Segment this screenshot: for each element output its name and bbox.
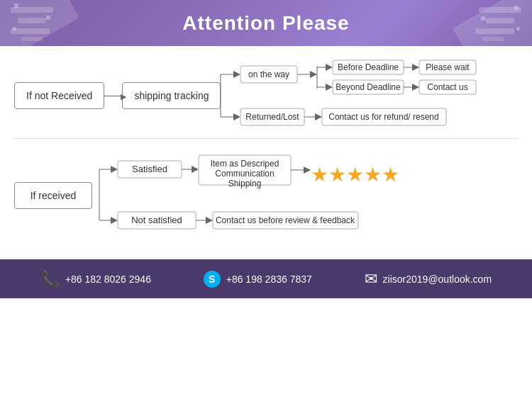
if-received-box: If received bbox=[14, 182, 92, 209]
svg-marker-65 bbox=[206, 217, 213, 224]
svg-text:Please wait: Please wait bbox=[426, 62, 470, 72]
footer-phone1-text: +86 182 8026 2946 bbox=[65, 274, 151, 285]
svg-rect-10 bbox=[482, 37, 504, 41]
if-not-received-box: If not Received bbox=[14, 82, 104, 109]
circuit-left-decoration bbox=[7, 0, 71, 46]
svg-rect-1 bbox=[18, 18, 46, 23]
svg-marker-48 bbox=[111, 166, 118, 173]
svg-rect-4 bbox=[14, 4, 18, 8]
svg-text:Shipping: Shipping bbox=[228, 179, 262, 188]
svg-text:Returned/Lost: Returned/Lost bbox=[246, 112, 300, 122]
svg-text:★★★★★: ★★★★★ bbox=[311, 164, 399, 186]
svg-text:Satisfied: Satisfied bbox=[132, 164, 167, 174]
svg-marker-43 bbox=[315, 113, 322, 120]
footer-phone1: 📞 +86 182 8026 2946 bbox=[40, 270, 151, 288]
svg-rect-9 bbox=[475, 28, 514, 34]
svg-rect-3 bbox=[21, 37, 43, 41]
svg-marker-50 bbox=[111, 217, 118, 224]
svg-rect-8 bbox=[486, 18, 514, 23]
svg-marker-16 bbox=[233, 71, 240, 78]
section-received: If received Satisfied Item as Descriped … bbox=[0, 139, 532, 249]
phone-icon: 📞 bbox=[40, 270, 60, 288]
arrow-line-1: ▶ bbox=[104, 96, 122, 96]
footer: 📞 +86 182 8026 2946 S +86 198 2836 7837 … bbox=[0, 259, 532, 298]
svg-text:Item as Descriped: Item as Descriped bbox=[211, 159, 279, 169]
page-title: Attention Please bbox=[182, 12, 349, 35]
skype-icon: S bbox=[204, 271, 221, 288]
svg-text:Before Deadline: Before Deadline bbox=[338, 62, 399, 72]
svg-rect-5 bbox=[46, 16, 50, 20]
svg-rect-6 bbox=[13, 27, 16, 30]
svg-marker-60 bbox=[304, 167, 311, 174]
svg-marker-25 bbox=[326, 64, 333, 71]
svg-marker-37 bbox=[412, 84, 419, 91]
circuit-right-decoration bbox=[461, 0, 525, 46]
svg-marker-33 bbox=[326, 84, 333, 91]
svg-marker-22 bbox=[310, 71, 317, 78]
svg-marker-29 bbox=[412, 64, 419, 71]
svg-text:Beyond Deadline: Beyond Deadline bbox=[336, 82, 401, 92]
svg-rect-12 bbox=[481, 16, 485, 21]
footer-email-text: ziisor2019@outlook.com bbox=[383, 274, 492, 285]
svg-text:on the way: on the way bbox=[248, 69, 289, 79]
page-header: Attention Please bbox=[0, 0, 532, 46]
branch-svg-2: Satisfied Item as Descriped Communicatio… bbox=[99, 150, 518, 242]
svg-text:Contact us: Contact us bbox=[428, 82, 468, 92]
svg-marker-18 bbox=[233, 113, 240, 120]
footer-phone2-text: +86 198 2836 7837 bbox=[226, 274, 312, 285]
footer-email: ✉ ziisor2019@outlook.com bbox=[365, 270, 492, 288]
svg-marker-54 bbox=[192, 166, 199, 173]
svg-rect-7 bbox=[479, 7, 521, 13]
shipping-tracking-box: shipping tracking bbox=[122, 82, 221, 109]
svg-text:Not satisfied: Not satisfied bbox=[131, 215, 182, 225]
svg-rect-2 bbox=[11, 28, 50, 34]
svg-rect-13 bbox=[516, 27, 520, 30]
email-icon: ✉ bbox=[365, 270, 377, 288]
svg-text:Contact us before review & fee: Contact us before review & feedback bbox=[216, 215, 355, 225]
section2-flow: If received Satisfied Item as Descriped … bbox=[14, 150, 518, 242]
svg-rect-0 bbox=[11, 7, 53, 13]
svg-text:Communication: Communication bbox=[215, 169, 274, 179]
section1-flow: If not Received ▶ shipping tracking on t… bbox=[14, 60, 518, 131]
svg-rect-11 bbox=[514, 6, 519, 10]
svg-text:Contact us for refund/ resend: Contact us for refund/ resend bbox=[329, 112, 439, 122]
branch-svg-1: on the way Before Deadline Please wait B… bbox=[221, 60, 497, 131]
footer-phone2: S +86 198 2836 7837 bbox=[204, 271, 312, 288]
section-not-received: If not Received ▶ shipping tracking on t… bbox=[0, 46, 532, 138]
